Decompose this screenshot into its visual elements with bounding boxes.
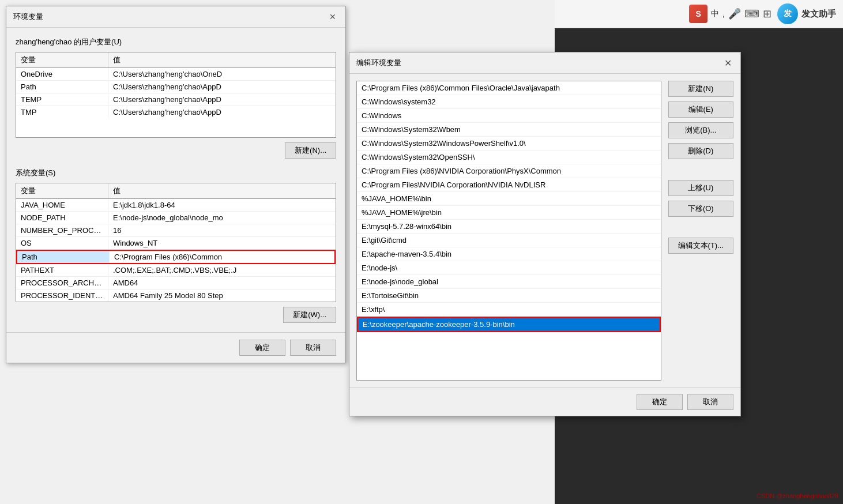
cell-val: AMD64	[108, 277, 336, 289]
system-table-body: JAVA_HOME E:\jdk1.8\jdk1.8-64 NODE_PATH …	[16, 199, 336, 302]
toolbar-keyboard[interactable]: ⌨	[744, 7, 759, 20]
table-row[interactable]: JAVA_HOME E:\jdk1.8\jdk1.8-64	[16, 199, 336, 212]
cell-val: C:\Users\zhang'heng'chao\OneD	[108, 68, 336, 80]
cell-var: PROCESSOR_ARCHITECTURE	[16, 277, 108, 289]
path-item[interactable]: E:\node-js\node_global	[357, 275, 661, 289]
path-item[interactable]: %JAVA_HOME%\bin	[357, 192, 661, 206]
cell-val: C:\Users\zhang'heng'chao\AppD	[108, 81, 336, 93]
user-table-header: 变量 值	[16, 52, 336, 68]
cell-var: TMP	[16, 106, 108, 118]
path-item[interactable]: C:\Windows	[357, 109, 661, 123]
user-btn-row: 新建(N)...	[16, 142, 336, 159]
edit-dialog-bottom-btns: 确定 取消	[349, 388, 740, 416]
path-list[interactable]: C:\Program Files (x86)\Common Files\Orac…	[356, 81, 661, 381]
table-row[interactable]: PROCESSOR_IDENTIFIER AMD64 Family 25 Mod…	[16, 289, 336, 302]
user-col-val: 值	[108, 52, 336, 67]
table-row[interactable]: NUMBER_OF_PROCESSORS 16	[16, 224, 336, 237]
right-panel-header: S 中 , 🎤 ⌨ ⊞ 发 发文助手	[555, 0, 843, 28]
env-ok-btn[interactable]: 确定	[239, 340, 285, 356]
cell-val: .COM;.EXE;.BAT;.CMD;.VBS;.VBE;.J	[108, 264, 336, 276]
env-dialog-close[interactable]: ✕	[327, 11, 338, 22]
cell-var: JAVA_HOME	[16, 199, 108, 211]
edit-dialog-title: 编辑环境变量	[356, 58, 401, 68]
path-system-row[interactable]: Path C:\Program Files (x86)\Common	[16, 250, 336, 264]
sys-col-var: 变量	[16, 183, 108, 198]
cell-var: PATHEXT	[16, 264, 108, 276]
toolbar-mic[interactable]: 🎤	[728, 7, 741, 20]
cell-var: Path	[16, 81, 108, 93]
edit-cancel-btn[interactable]: 取消	[687, 394, 733, 410]
cell-val: C:\Users\zhang'heng'chao\AppD	[108, 93, 336, 106]
browse-path-btn[interactable]: 浏览(B)...	[668, 122, 733, 138]
cell-val: 16	[108, 224, 336, 236]
cell-var: NUMBER_OF_PROCESSORS	[16, 224, 108, 236]
cell-var: NODE_PATH	[16, 212, 108, 224]
path-item[interactable]: C:\Program Files (x86)\NVIDIA Corporatio…	[357, 164, 661, 178]
env-dialog-content: zhang'heng'chao 的用户变量(U) 变量 值 OneDrive C…	[6, 28, 345, 332]
path-item[interactable]: C:\Windows\System32\WindowsPowerShell\v1…	[357, 137, 661, 151]
table-row[interactable]: TMP C:\Users\zhang'heng'chao\AppD	[16, 106, 336, 118]
path-item[interactable]: C:\Windows\System32\OpenSSH\	[357, 151, 661, 164]
path-item[interactable]: E:\mysql-5.7.28-winx64\bin	[357, 220, 661, 234]
user-table-body: OneDrive C:\Users\zhang'heng'chao\OneD P…	[16, 68, 336, 137]
user-new-btn[interactable]: 新建(N)...	[285, 142, 336, 159]
cell-var: OneDrive	[16, 68, 108, 80]
edit-dialog-titlebar: 编辑环境变量 ✕	[349, 52, 740, 74]
edit-action-buttons: 新建(N) 编辑(E) 浏览(B)... 删除(D) 上移(U) 下移(O) 编…	[668, 81, 733, 381]
path-item[interactable]: C:\Program Files (x86)\Common Files\Orac…	[357, 81, 661, 95]
table-row[interactable]: NODE_PATH E:\node-js\node_global\node_mo	[16, 212, 336, 224]
path-item[interactable]: E:\apache-maven-3.5.4\bin	[357, 247, 661, 261]
path-item[interactable]: C:\Program Files\NVIDIA Corporation\NVID…	[357, 178, 661, 192]
cell-val: Windows_NT	[108, 237, 336, 249]
cell-val: E:\jdk1.8\jdk1.8-64	[108, 199, 336, 211]
spacer	[668, 164, 733, 175]
table-row[interactable]: TEMP C:\Users\zhang'heng'chao\AppD	[16, 93, 336, 106]
new-path-btn[interactable]: 新建(N)	[668, 81, 733, 97]
toolbar-grid[interactable]: ⊞	[763, 7, 772, 20]
table-row[interactable]: OneDrive C:\Users\zhang'heng'chao\OneD	[16, 68, 336, 81]
system-btn-row: 新建(W)...	[16, 307, 336, 323]
sogou-icon: S	[689, 5, 707, 23]
table-row[interactable]: Path C:\Users\zhang'heng'chao\AppD	[16, 81, 336, 93]
toolbar-comma[interactable]: ,	[722, 9, 725, 18]
cell-val: AMD64 Family 25 Model 80 Step	[108, 289, 336, 302]
cell-val: C:\Program Files (x86)\Common	[110, 251, 334, 263]
path-item-selected[interactable]: E:\zookeeper\apache-zookeeper-3.5.9-bin\…	[357, 317, 661, 332]
system-variables-table: 变量 值 JAVA_HOME E:\jdk1.8\jdk1.8-64 NODE_…	[16, 183, 336, 302]
path-item[interactable]: E:\git\Git\cmd	[357, 234, 661, 247]
edit-ok-btn[interactable]: 确定	[637, 394, 683, 410]
toolbar-chinese[interactable]: 中	[711, 9, 719, 19]
table-row[interactable]: PATHEXT .COM;.EXE;.BAT;.CMD;.VBS;.VBE;.J	[16, 264, 336, 277]
env-dialog: 环境变量 ✕ zhang'heng'chao 的用户变量(U) 变量 值 One…	[6, 6, 346, 363]
edit-text-btn[interactable]: 编辑文本(T)...	[668, 238, 733, 254]
path-item[interactable]: C:\Windows\system32	[357, 95, 661, 109]
move-up-btn[interactable]: 上移(U)	[668, 180, 733, 196]
move-down-btn[interactable]: 下移(O)	[668, 201, 733, 217]
cell-var: TEMP	[16, 93, 108, 106]
assistant-logo-area: 发 发文助手	[777, 3, 836, 24]
edit-dialog-close[interactable]: ✕	[722, 57, 733, 69]
path-item[interactable]: %JAVA_HOME%\jre\bin	[357, 206, 661, 220]
delete-path-btn[interactable]: 删除(D)	[668, 143, 733, 159]
cell-var: Path	[17, 251, 110, 263]
path-item[interactable]: C:\Windows\System32\Wbem	[357, 123, 661, 137]
sys-col-val: 值	[108, 183, 336, 198]
path-item[interactable]: E:\node-js\	[357, 261, 661, 275]
user-col-var: 变量	[16, 52, 108, 67]
table-row[interactable]: OS Windows_NT	[16, 237, 336, 250]
system-section-title: 系统变量(S)	[16, 168, 336, 178]
user-section-title: zhang'heng'chao 的用户变量(U)	[16, 37, 336, 47]
cell-val: E:\node-js\node_global\node_mo	[108, 212, 336, 224]
system-new-btn[interactable]: 新建(W)...	[283, 307, 336, 323]
table-row[interactable]: PROCESSOR_ARCHITECTURE AMD64	[16, 277, 336, 289]
spacer2	[668, 221, 733, 233]
cell-var: OS	[16, 237, 108, 249]
assistant-logo-icon: 发	[777, 3, 798, 24]
env-cancel-btn[interactable]: 取消	[290, 340, 336, 356]
user-variables-table: 变量 值 OneDrive C:\Users\zhang'heng'chao\O…	[16, 52, 336, 138]
path-item[interactable]: E:\TortoiseGit\bin	[357, 289, 661, 303]
assistant-name: 发文助手	[801, 9, 836, 20]
watermark: CSDN @zhanghengchao828	[757, 492, 838, 499]
path-item[interactable]: E:\xftp\	[357, 303, 661, 317]
edit-path-btn[interactable]: 编辑(E)	[668, 101, 733, 118]
